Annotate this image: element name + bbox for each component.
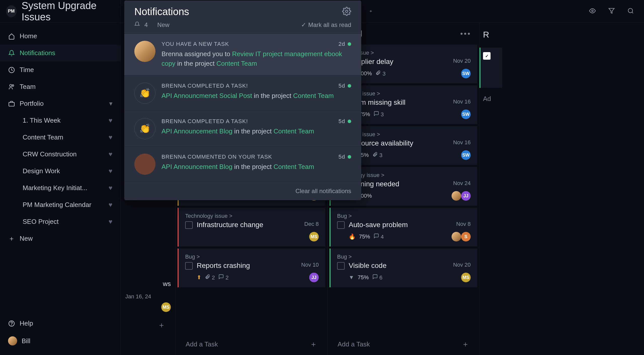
nav-user[interactable]: Bill xyxy=(0,332,120,350)
heart-icon[interactable]: ♥ xyxy=(109,133,112,141)
notification-time: 2d xyxy=(339,41,351,47)
add-task-button[interactable]: Add a Task ＋ xyxy=(176,334,327,355)
checkbox-icon[interactable] xyxy=(337,262,345,270)
unread-dot-icon xyxy=(348,155,351,159)
avatar-stack: SW xyxy=(461,110,471,119)
gear-icon[interactable] xyxy=(342,7,351,17)
filter-icon[interactable] xyxy=(608,8,615,15)
notification-count: 4 xyxy=(144,21,148,28)
comment-icon: 4 xyxy=(374,233,384,240)
check-icon: ✓ xyxy=(301,21,306,28)
project-link[interactable]: Content Team xyxy=(216,60,257,67)
notification-header: BRENNA COMPLETED A TASK! xyxy=(162,83,248,89)
tab-new[interactable]: New xyxy=(157,21,169,28)
add-task-button[interactable]: ＋ xyxy=(121,314,175,336)
notification-item[interactable]: YOU HAVE A NEW TASK 2d Brenna assigned y… xyxy=(124,34,361,76)
project-link[interactable]: Content Team xyxy=(293,92,334,99)
nav-help[interactable]: Help xyxy=(0,315,120,332)
mark-all-read-button[interactable]: ✓ Mark all as read xyxy=(301,21,351,28)
nav-team[interactable]: Team xyxy=(0,78,120,95)
nav-home[interactable]: Home xyxy=(0,28,120,45)
task-link[interactable]: API Announcmenet Social Post xyxy=(162,92,252,99)
project-item[interactable]: Design Work♥ xyxy=(8,163,120,180)
avatar xyxy=(134,154,155,175)
notification-item[interactable]: BRENNA COMMENTED ON YOUR TASK 5d API Ann… xyxy=(124,147,361,182)
clear-all-button[interactable]: Clear all notifications xyxy=(124,182,361,200)
card-date: Nov 24 xyxy=(453,180,471,187)
home-icon xyxy=(8,33,15,40)
card-tag[interactable]: Technology issue > xyxy=(185,213,319,219)
attachment-icon: 2 xyxy=(205,274,215,281)
card-tag[interactable]: Bug > xyxy=(185,254,319,260)
task-card[interactable]: Technology issue > Infrastructure change… xyxy=(178,208,325,246)
project-link[interactable]: Content Team xyxy=(273,127,314,135)
task-card[interactable]: Bug > Auto-save problemNov 8 🔥75% 4S xyxy=(330,208,477,246)
sidebar-header: PM System Upgrade Issues xyxy=(0,0,120,23)
project-item[interactable]: SEO Project♥ xyxy=(8,213,120,230)
heart-icon[interactable]: ♥ xyxy=(109,184,112,192)
sidebar: PM System Upgrade Issues Home Notificati… xyxy=(0,0,121,355)
task-link[interactable]: API Announcement Blog xyxy=(162,127,232,135)
checkbox-icon[interactable] xyxy=(185,221,193,229)
add-task-button[interactable]: Add a Task ＋ xyxy=(328,334,479,355)
card-date: Nov 8 xyxy=(456,221,471,227)
heart-icon[interactable]: ♥ xyxy=(109,167,112,175)
sidebar-footer: Help Bill xyxy=(0,310,120,355)
avatar: SW xyxy=(461,110,471,119)
chevron-down-icon: ▾ xyxy=(109,100,112,108)
task-card[interactable]: Bug > Reports crashingNov 10 ⬆ 2 2JJ xyxy=(178,248,325,287)
card-tag[interactable]: Bug > xyxy=(337,254,471,260)
avatar xyxy=(452,191,461,201)
nav-time[interactable]: Time xyxy=(0,61,120,78)
nav-label: Time xyxy=(20,66,34,74)
project-item[interactable]: Content Team♥ xyxy=(8,129,120,146)
notification-item[interactable]: 👏 BRENNA COMPLETED A TASK! 5d API Announ… xyxy=(124,111,361,147)
project-item[interactable]: Marketing Key Initiat...♥ xyxy=(8,180,120,196)
avatar xyxy=(452,232,461,241)
task-card[interactable]: Bug > Visible codeNov 20 ▼75% 6MS xyxy=(330,248,477,287)
project-item[interactable]: 1. This Week♥ xyxy=(8,112,120,129)
project-item[interactable]: PM Marketing Calendar♥ xyxy=(8,196,120,213)
nav-label: Home xyxy=(20,32,37,40)
new-button[interactable]: ＋ New xyxy=(0,230,120,247)
logo[interactable]: PM xyxy=(6,5,17,17)
date-label: Jan 16, 24 xyxy=(121,293,175,300)
notification-time: 5d xyxy=(339,83,351,89)
add-task-partial[interactable]: Ad xyxy=(479,90,502,108)
checkbox-icon[interactable] xyxy=(337,221,345,229)
card-title: Visible code xyxy=(349,262,449,270)
svg-point-1 xyxy=(10,84,12,87)
card-title: Team missing skill xyxy=(349,98,449,106)
help-icon xyxy=(8,320,15,327)
nav-notifications[interactable]: Notifications xyxy=(0,45,120,61)
card-tag[interactable]: Bug > xyxy=(337,213,471,219)
percentage: 75% xyxy=(358,274,369,281)
heart-icon[interactable]: ♥ xyxy=(109,117,112,124)
notification-header: BRENNA COMPLETED A TASK! xyxy=(162,118,248,125)
notification-list: YOU HAVE A NEW TASK 2d Brenna assigned y… xyxy=(124,34,361,182)
avatar-stack: SW xyxy=(461,69,471,78)
task-card[interactable]: ✓ xyxy=(479,48,502,88)
svg-point-9 xyxy=(628,8,632,13)
more-icon[interactable]: ••• xyxy=(460,29,471,38)
plus-icon: ＋ xyxy=(158,320,165,330)
avatar xyxy=(134,41,155,62)
project-item[interactable]: CRW Construction♥ xyxy=(8,146,120,163)
checkbox-icon[interactable] xyxy=(185,262,193,270)
nav-portfolio[interactable]: Portfolio ▾ xyxy=(0,95,120,112)
fire-icon: 🔥 xyxy=(349,233,355,240)
plus-icon[interactable]: ＋ xyxy=(369,9,373,14)
project-link[interactable]: Content Team xyxy=(273,163,314,170)
task-link[interactable]: API Announcement Blog xyxy=(162,163,232,170)
checkbox-icon[interactable]: ✓ xyxy=(483,52,491,60)
avatar: 👏 xyxy=(134,83,155,104)
eye-icon[interactable] xyxy=(589,8,596,15)
search-icon[interactable] xyxy=(627,8,634,15)
notification-time: 5d xyxy=(339,118,351,125)
heart-icon[interactable]: ♥ xyxy=(109,150,112,158)
notification-item[interactable]: 👏 BRENNA COMPLETED A TASK! 5d API Announ… xyxy=(124,76,361,111)
heart-icon[interactable]: ♥ xyxy=(109,201,112,209)
heart-icon[interactable]: ♥ xyxy=(109,218,112,226)
card-date: Nov 20 xyxy=(453,262,471,268)
attachment-icon: 3 xyxy=(375,70,385,77)
